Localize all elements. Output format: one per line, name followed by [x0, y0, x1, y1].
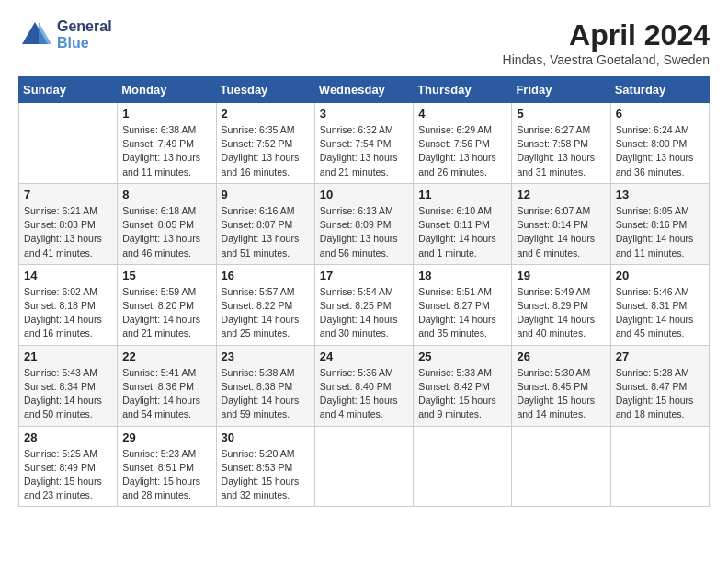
- day-info: Sunrise: 5:33 AM Sunset: 8:42 PM Dayligh…: [418, 366, 506, 422]
- calendar-cell: 8Sunrise: 6:18 AM Sunset: 8:05 PM Daylig…: [118, 183, 216, 264]
- day-info: Sunrise: 6:18 AM Sunset: 8:05 PM Dayligh…: [122, 204, 210, 260]
- calendar-cell: 9Sunrise: 6:16 AM Sunset: 8:07 PM Daylig…: [216, 183, 314, 264]
- day-info: Sunrise: 5:38 AM Sunset: 8:38 PM Dayligh…: [222, 366, 310, 422]
- day-info: Sunrise: 6:35 AM Sunset: 7:52 PM Dayligh…: [222, 123, 310, 179]
- day-number: 28: [24, 431, 112, 444]
- calendar-table: SundayMondayTuesdayWednesdayThursdayFrid…: [18, 76, 710, 507]
- day-info: Sunrise: 6:10 AM Sunset: 8:11 PM Dayligh…: [418, 204, 506, 260]
- day-info: Sunrise: 5:59 AM Sunset: 8:20 PM Dayligh…: [122, 285, 210, 341]
- day-number: 21: [24, 350, 112, 363]
- day-info: Sunrise: 6:13 AM Sunset: 8:09 PM Dayligh…: [320, 204, 408, 260]
- month-title: April 2024: [503, 18, 710, 52]
- day-info: Sunrise: 5:51 AM Sunset: 8:27 PM Dayligh…: [418, 285, 506, 341]
- day-number: 2: [222, 107, 310, 121]
- day-number: 30: [222, 431, 310, 444]
- page-header: General Blue April 2024 Hindas, Vaestra …: [18, 18, 710, 67]
- day-number: 5: [517, 107, 605, 121]
- day-info: Sunrise: 5:36 AM Sunset: 8:40 PM Dayligh…: [320, 366, 408, 422]
- calendar-cell: 17Sunrise: 5:54 AM Sunset: 8:25 PM Dayli…: [314, 264, 413, 345]
- calendar-cell: 11Sunrise: 6:10 AM Sunset: 8:11 PM Dayli…: [414, 183, 512, 264]
- weekday-header-monday: Monday: [118, 77, 216, 103]
- day-info: Sunrise: 5:20 AM Sunset: 8:53 PM Dayligh…: [222, 447, 310, 503]
- calendar-cell: 26Sunrise: 5:30 AM Sunset: 8:45 PM Dayli…: [512, 345, 610, 426]
- calendar-cell: [610, 426, 709, 507]
- day-number: 23: [222, 350, 310, 363]
- calendar-cell: 7Sunrise: 6:21 AM Sunset: 8:03 PM Daylig…: [19, 183, 118, 264]
- day-info: Sunrise: 6:05 AM Sunset: 8:16 PM Dayligh…: [616, 204, 704, 260]
- calendar-cell: 28Sunrise: 5:25 AM Sunset: 8:49 PM Dayli…: [19, 426, 118, 507]
- day-number: 27: [616, 350, 704, 363]
- calendar-cell: 1Sunrise: 6:38 AM Sunset: 7:49 PM Daylig…: [118, 103, 216, 184]
- logo: General Blue: [18, 18, 112, 52]
- weekday-header-sunday: Sunday: [19, 77, 118, 103]
- day-number: 8: [122, 188, 210, 201]
- logo-text: General Blue: [57, 18, 112, 52]
- weekday-header-friday: Friday: [512, 77, 610, 103]
- calendar-cell: 21Sunrise: 5:43 AM Sunset: 8:34 PM Dayli…: [19, 345, 118, 426]
- weekday-header-saturday: Saturday: [610, 77, 709, 103]
- calendar-cell: 16Sunrise: 5:57 AM Sunset: 8:22 PM Dayli…: [216, 264, 314, 345]
- day-number: 24: [320, 350, 408, 363]
- calendar-cell: 27Sunrise: 5:28 AM Sunset: 8:47 PM Dayli…: [610, 345, 709, 426]
- day-info: Sunrise: 6:24 AM Sunset: 8:00 PM Dayligh…: [616, 123, 704, 179]
- day-info: Sunrise: 6:29 AM Sunset: 7:56 PM Dayligh…: [418, 123, 506, 179]
- day-number: 1: [122, 107, 210, 121]
- weekday-header-wednesday: Wednesday: [314, 77, 413, 103]
- day-info: Sunrise: 5:57 AM Sunset: 8:22 PM Dayligh…: [222, 285, 310, 341]
- calendar-cell: [314, 426, 413, 507]
- day-number: 11: [418, 188, 506, 201]
- logo-icon: [18, 18, 51, 52]
- calendar-cell: 23Sunrise: 5:38 AM Sunset: 8:38 PM Dayli…: [216, 345, 314, 426]
- day-info: Sunrise: 5:43 AM Sunset: 8:34 PM Dayligh…: [24, 366, 112, 422]
- calendar-cell: 4Sunrise: 6:29 AM Sunset: 7:56 PM Daylig…: [414, 103, 512, 184]
- day-info: Sunrise: 5:41 AM Sunset: 8:36 PM Dayligh…: [122, 366, 210, 422]
- day-number: 10: [320, 188, 408, 201]
- day-info: Sunrise: 5:30 AM Sunset: 8:45 PM Dayligh…: [517, 366, 605, 422]
- day-info: Sunrise: 6:27 AM Sunset: 7:58 PM Dayligh…: [517, 123, 605, 179]
- calendar-cell: 20Sunrise: 5:46 AM Sunset: 8:31 PM Dayli…: [610, 264, 709, 345]
- calendar-cell: 18Sunrise: 5:51 AM Sunset: 8:27 PM Dayli…: [414, 264, 512, 345]
- day-number: 26: [517, 350, 605, 363]
- day-number: 25: [418, 350, 506, 363]
- calendar-cell: 3Sunrise: 6:32 AM Sunset: 7:54 PM Daylig…: [314, 103, 413, 184]
- day-number: 4: [418, 107, 506, 121]
- day-info: Sunrise: 5:46 AM Sunset: 8:31 PM Dayligh…: [616, 285, 704, 341]
- calendar-cell: 14Sunrise: 6:02 AM Sunset: 8:18 PM Dayli…: [19, 264, 118, 345]
- day-number: 16: [222, 269, 310, 282]
- calendar-cell: 30Sunrise: 5:20 AM Sunset: 8:53 PM Dayli…: [216, 426, 314, 507]
- day-number: 19: [517, 269, 605, 282]
- day-info: Sunrise: 5:23 AM Sunset: 8:51 PM Dayligh…: [122, 447, 210, 503]
- calendar-header: SundayMondayTuesdayWednesdayThursdayFrid…: [19, 77, 710, 103]
- calendar-cell: 2Sunrise: 6:35 AM Sunset: 7:52 PM Daylig…: [216, 103, 314, 184]
- day-number: 13: [616, 188, 704, 201]
- calendar-cell: 13Sunrise: 6:05 AM Sunset: 8:16 PM Dayli…: [610, 183, 709, 264]
- day-number: 6: [616, 107, 704, 121]
- calendar-cell: 29Sunrise: 5:23 AM Sunset: 8:51 PM Dayli…: [118, 426, 216, 507]
- calendar-cell: 25Sunrise: 5:33 AM Sunset: 8:42 PM Dayli…: [414, 345, 512, 426]
- calendar-cell: 10Sunrise: 6:13 AM Sunset: 8:09 PM Dayli…: [314, 183, 413, 264]
- calendar-cell: 15Sunrise: 5:59 AM Sunset: 8:20 PM Dayli…: [118, 264, 216, 345]
- weekday-header-tuesday: Tuesday: [216, 77, 314, 103]
- day-number: 18: [418, 269, 506, 282]
- day-info: Sunrise: 6:32 AM Sunset: 7:54 PM Dayligh…: [320, 123, 408, 179]
- calendar-cell: [512, 426, 610, 507]
- day-info: Sunrise: 6:16 AM Sunset: 8:07 PM Dayligh…: [222, 204, 310, 260]
- day-number: 12: [517, 188, 605, 201]
- calendar-cell: 22Sunrise: 5:41 AM Sunset: 8:36 PM Dayli…: [118, 345, 216, 426]
- day-number: 22: [122, 350, 210, 363]
- calendar-cell: 19Sunrise: 5:49 AM Sunset: 8:29 PM Dayli…: [512, 264, 610, 345]
- day-info: Sunrise: 5:28 AM Sunset: 8:47 PM Dayligh…: [616, 366, 704, 422]
- day-info: Sunrise: 6:02 AM Sunset: 8:18 PM Dayligh…: [24, 285, 112, 341]
- day-number: 29: [122, 431, 210, 444]
- day-number: 9: [222, 188, 310, 201]
- calendar-cell: 6Sunrise: 6:24 AM Sunset: 8:00 PM Daylig…: [610, 103, 709, 184]
- day-info: Sunrise: 5:54 AM Sunset: 8:25 PM Dayligh…: [320, 285, 408, 341]
- day-number: 14: [24, 269, 112, 282]
- day-number: 20: [616, 269, 704, 282]
- day-number: 7: [24, 188, 112, 201]
- location: Hindas, Vaestra Goetaland, Sweden: [503, 52, 710, 67]
- day-info: Sunrise: 6:21 AM Sunset: 8:03 PM Dayligh…: [24, 204, 112, 260]
- day-number: 15: [122, 269, 210, 282]
- weekday-header-thursday: Thursday: [414, 77, 512, 103]
- day-info: Sunrise: 6:07 AM Sunset: 8:14 PM Dayligh…: [517, 204, 605, 260]
